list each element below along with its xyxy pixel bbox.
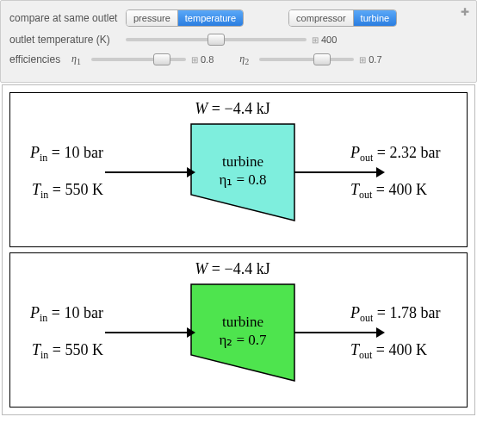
pout-label-1: Pout = 2.32 bar (350, 144, 440, 164)
tin-label-1: Tin = 550 K (32, 181, 103, 201)
tout-label-2: Tout = 400 K (350, 341, 427, 361)
diagram-2-svg: W = −4.4 kJ turbine η₂ = 0.7 Pin = 10 ba… (10, 253, 455, 408)
eta-label-1: η₁ = 0.8 (219, 171, 266, 188)
svg-marker-1 (376, 167, 385, 177)
compare-label: compare at same outlet (9, 12, 126, 24)
tout-label-1: Tout = 400 K (350, 181, 427, 201)
work-label-1: W = −4.4 kJ (195, 100, 269, 117)
device-turbine[interactable]: turbine (354, 10, 397, 26)
outlet-temp-slider[interactable] (126, 38, 307, 41)
diagram-area: W = −4.4 kJ turbine η₁ = 0.8 Pin = 10 ba… (2, 84, 475, 415)
device-setter: compressor turbine (288, 9, 397, 27)
diagram-1: W = −4.4 kJ turbine η₁ = 0.8 Pin = 10 ba… (9, 92, 468, 247)
device-label-2: turbine (222, 314, 263, 330)
tin-label-2: Tin = 550 K (32, 341, 103, 361)
device-label-1: turbine (222, 153, 263, 170)
device-compressor[interactable]: compressor (289, 10, 353, 26)
outlet-temp-value: 400 (312, 34, 337, 45)
diagram-2: W = −4.4 kJ turbine η₂ = 0.7 Pin = 10 ba… (9, 252, 468, 408)
pin-label-1: Pin = 10 bar (29, 144, 103, 164)
controls-panel: ✚ compare at same outlet pressure temper… (0, 0, 477, 83)
expand-icon[interactable]: ✚ (461, 6, 469, 18)
svg-marker-3 (376, 327, 385, 338)
compare-temperature[interactable]: temperature (178, 10, 243, 26)
eta1-symbol: η1 (71, 53, 81, 66)
eta1-value: 0.8 (191, 54, 214, 65)
eta2-symbol: η2 (239, 53, 249, 66)
diagram-1-svg: W = −4.4 kJ turbine η₁ = 0.8 Pin = 10 ba… (10, 93, 455, 248)
eta-label-2: η₂ = 0.7 (219, 332, 267, 348)
work-label-2: W = −4.4 kJ (195, 260, 269, 277)
eta2-slider[interactable] (259, 58, 354, 61)
compare-setter: pressure temperature (126, 9, 244, 27)
eta1-slider[interactable] (91, 58, 186, 61)
compare-row: compare at same outlet pressure temperat… (9, 9, 468, 27)
outlet-temp-row: outlet temperature (K) 400 (9, 34, 468, 46)
outlet-temp-label: outlet temperature (K) (9, 34, 126, 46)
efficiencies-row: efficiencies η1 0.8 η2 0.7 (9, 53, 468, 66)
compare-pressure[interactable]: pressure (127, 10, 178, 26)
pin-label-2: Pin = 10 bar (29, 304, 103, 324)
eta2-value: 0.7 (359, 54, 381, 65)
efficiencies-label: efficiencies (9, 53, 70, 65)
pout-label-2: Pout = 1.78 bar (350, 304, 440, 324)
